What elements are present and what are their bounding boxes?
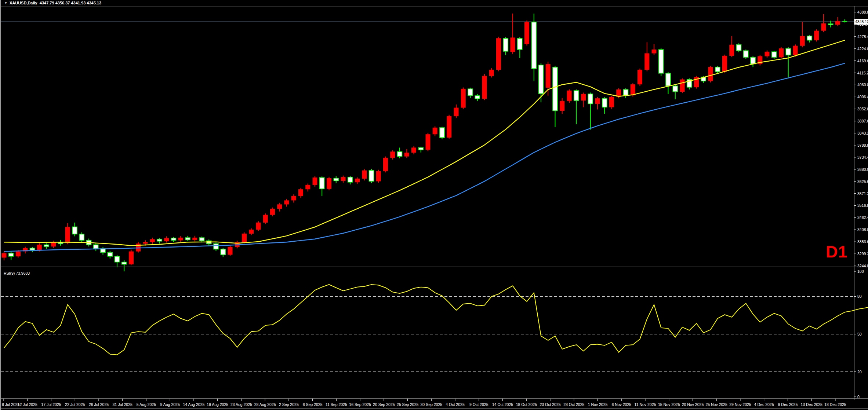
price-axis-label: 3571.20 [857,191,868,196]
rsi-axis-label: 50 [857,332,862,336]
price-axis-label: 3516.80 [857,203,868,208]
price-axis-label: 4169.60 [857,59,868,63]
timeframe-watermark: D1 [826,242,848,261]
rsi-axis-label: 100 [857,269,864,274]
date-axis-label: 28 Oct 2025 [563,402,584,407]
price-axis-label: 3408.00 [857,227,868,232]
date-axis-label: 25 Nov 2025 [705,402,727,407]
date-axis-label: 6 Sep 2025 [303,402,323,407]
date-axis-label: 23 Oct 2025 [540,402,560,407]
date-axis-label: 30 Sep 2025 [421,402,443,407]
price-axis-label: 3843.20 [857,131,868,135]
price-axis-label: 3299.20 [857,252,868,256]
date-axis-label: 18 Oct 2025 [516,402,537,407]
price-axis-label: 3734.40 [857,155,868,160]
price-axis-label: 4224.00 [857,47,868,51]
date-axis-label: 25 Sep 2025 [397,402,419,407]
date-axis-label: 12 Jul 2025 [18,402,37,407]
price-axis-label: 3788.80 [857,143,868,147]
date-axis-label: 9 Aug 2025 [160,402,180,407]
price-axis-label: 4388.80 [857,10,868,14]
price-axis-label: 4115.20 [857,71,868,75]
price-axis-label: 4278.40 [857,34,868,39]
rsi-line [4,285,868,355]
date-axis-label: 8 Jul 2025 [2,402,19,407]
date-axis-label: 11 Nov 2025 [635,402,656,407]
date-axis-label: 17 Jul 2025 [41,402,61,407]
date-axis-label: 20 Sep 2025 [373,402,395,407]
chart-canvas[interactable] [1,0,868,410]
price-axis-label: 3680.00 [857,167,868,172]
date-axis-label: 4 Dec 2025 [754,402,774,407]
price-axis-label: 4006.40 [857,95,868,99]
chart-window: ▼XAUUSD,Daily 4347.79 4356.37 4341.93 43… [0,0,868,410]
date-axis-label: 18 Dec 2025 [824,402,846,407]
date-axis-label: 28 Aug 2025 [254,402,276,407]
current-price-tag: 4345.13 [854,19,868,25]
date-axis-label: 13 Dec 2025 [800,402,822,407]
date-axis-label: 23 Aug 2025 [230,402,252,407]
date-axis-label: 2 Sep 2025 [279,402,299,407]
date-axis-label: 5 Aug 2025 [137,402,156,407]
ma-slow-line [4,63,845,252]
date-axis-label: 20 Nov 2025 [682,402,704,407]
date-axis-label: 22 Jul 2025 [65,402,85,407]
rsi-axis-label: 20 [857,370,862,374]
window-bottom-edge [1,408,868,409]
rsi-indicator-label: RSI(9) 73.9683 [4,271,30,275]
date-axis-label: 1 Nov 2025 [588,402,608,407]
panel-separator-top[interactable] [1,267,868,267]
price-axis-label: 3625.60 [857,179,868,184]
price-axis-label: 3462.40 [857,215,868,220]
date-axis-label: 6 Nov 2025 [611,402,631,407]
date-axis-label: 16 Sep 2025 [349,402,371,407]
rsi-axis-label: 80 [857,294,862,299]
date-axis-label: 9 Oct 2025 [469,402,488,407]
date-axis-label: 19 Aug 2025 [207,402,228,407]
date-axis-label: 31 Jul 2025 [113,402,132,407]
price-axis-label: 4060.80 [857,83,868,87]
price-axis-label: 3897.60 [857,119,868,123]
date-axis-label: 14 Oct 2025 [492,402,513,407]
price-axis-label: 3952.00 [857,107,868,111]
price-axis-label: 3353.60 [857,239,868,244]
date-axis-label: 29 Nov 2025 [729,402,751,407]
date-axis-label: 4 Oct 2025 [446,402,464,407]
price-axis-label: 3244.80 [857,264,868,268]
date-axis-label: 26 Jul 2025 [89,402,109,407]
date-axis-label: 14 Aug 2025 [183,402,204,407]
date-axis-label: 9 Dec 2025 [778,402,798,407]
date-axis-label: 15 Nov 2025 [658,402,680,407]
date-axis-label: 11 Sep 2025 [326,402,347,407]
axis-border [854,6,854,400]
panel-separator-bottom[interactable] [1,398,868,399]
